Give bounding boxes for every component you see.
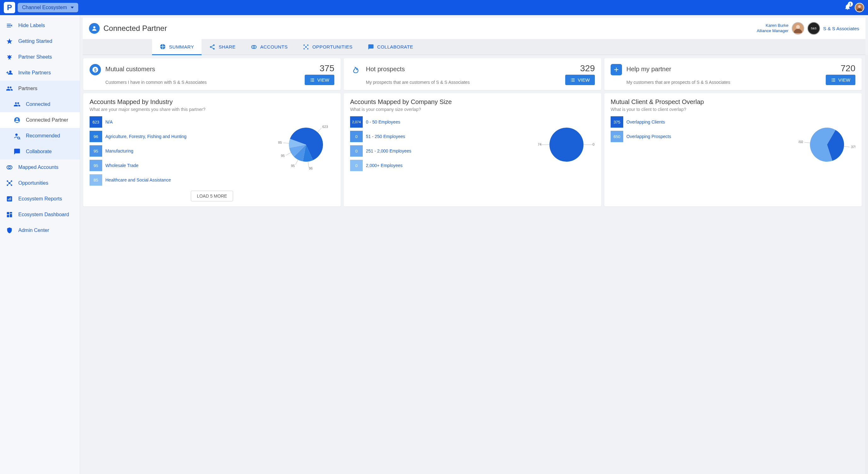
sidebar-item-invite-partners[interactable]: Invite Partners [0,65,80,81]
svg-point-22 [796,25,800,29]
svg-rect-19 [7,215,9,217]
legend-item[interactable]: 375Overlapping Clients [611,116,671,128]
svg-text:85: 85 [278,141,282,144]
svg-point-29 [303,44,305,46]
legend-label: 2,000+ Employees [366,163,402,168]
svg-point-28 [305,46,307,47]
svg-line-39 [286,153,291,155]
legend-label: 0 - 50 Employees [366,120,400,125]
top-bar: P Channel Ecosystem 1 [0,0,868,15]
menu-collapse-icon [6,22,13,29]
sidebar-item-getting-started[interactable]: Getting Started [0,33,80,49]
sidebar-label: Partners [18,86,37,91]
header-company-name: S & S Associates [823,26,859,31]
sidebar-item-partners[interactable]: Partners [0,81,80,96]
user-avatar[interactable] [855,3,864,12]
shield-icon [6,227,13,234]
legend-item[interactable]: 02,000+ Employees [350,160,532,171]
overlap-icon [6,164,13,171]
content-area: Mutual customers 375 Customers I have in… [80,55,865,474]
sidebar-item-opportunities[interactable]: Opportunities [0,175,80,191]
legend-value: 623 [90,116,102,128]
legend-label: Overlapping Clients [626,120,665,125]
legend-item[interactable]: 650Overlapping Prospects [611,131,671,142]
svg-line-41 [283,143,289,143]
sidebar-item-ecosystem-reports[interactable]: Ecosystem Reports [0,191,80,207]
svg-line-33 [318,128,321,132]
sidebar-item-partner-sheets[interactable]: Partner Sheets [0,49,80,65]
star-icon [6,38,13,45]
view-button[interactable]: VIEW [826,75,856,85]
kpi-mutual-customers: Mutual customers 375 Customers I have in… [83,58,341,90]
notifications-button[interactable]: 1 [844,3,851,12]
sidebar-item-mapped-accounts[interactable]: Mapped Accounts [0,160,80,175]
sidebar-item-admin-center[interactable]: Admin Center [0,223,80,238]
sidebar-sub-collaborate[interactable]: Collaborate [0,144,80,160]
chart-overlap: Mutual Client & Prospect Overlap What is… [604,93,862,206]
chart-title: Accounts Mapped by Industry [90,98,334,106]
tab-accounts[interactable]: ACCOUNTS [243,39,295,55]
chart-legend: 623N/A 96Agriculture, Forestry, Fishing … [90,116,271,185]
pie-chart: 62396959585 [278,116,334,174]
dollar-icon [90,64,101,75]
company-logo: S&S [807,22,820,35]
legend-item[interactable]: 2,0740 - 50 Employees [350,116,532,128]
legend-value: 2,074 [350,116,363,128]
search-person-icon [13,132,21,139]
svg-point-30 [307,44,308,46]
tab-label: SHARE [219,44,236,49]
svg-rect-18 [10,214,12,217]
load-more-button[interactable]: LOAD 5 MORE [191,191,233,201]
kpi-hot-prospects: Hot prospects 329 My prospects that are … [344,58,601,90]
sidebar-label: Partner Sheets [18,54,52,60]
header-user-info: Karen Burke Alliance Manager [757,23,788,34]
sidebar-item-ecosystem-dashboard[interactable]: Ecosystem Dashboard [0,207,80,223]
legend-item[interactable]: 0251 - 2,000 Employees [350,145,532,157]
legend-item[interactable]: 051 - 250 Employees [350,131,532,142]
sidebar-label: Admin Center [18,228,49,233]
pie-icon [160,43,166,50]
legend-label: Overlapping Prospects [626,134,671,139]
legend-item[interactable]: 95Manufacturing [90,145,271,157]
legend-value: 95 [90,160,102,171]
legend-value: 375 [611,116,623,128]
chart-subtitle: What are your major segments you share w… [90,107,334,112]
svg-text:375: 375 [851,145,856,149]
sidebar-sub-connected[interactable]: Connected [0,96,80,112]
legend-item[interactable]: 85Healthcare and Social Assistance [90,174,271,185]
legend-item[interactable]: 95Wholesale Trade [90,160,271,171]
scrollbar[interactable] [865,55,868,474]
workspace-name: Channel Ecosystem [22,5,67,10]
hide-labels-button[interactable]: Hide Labels [0,18,80,33]
chart-row: Accounts Mapped by Industry What are you… [83,93,862,206]
workspace-selector[interactable]: Channel Ecosystem [18,3,78,12]
legend-label: 51 - 250 Employees [366,134,405,139]
tab-collaborate[interactable]: COLLABORATE [360,39,421,55]
legend-label: Manufacturing [105,148,133,154]
legend-label: Wholesale Trade [105,163,138,168]
svg-line-48 [844,146,850,147]
tabs: SUMMARY SHARE ACCOUNTS OPPORTUNITIES COL… [83,39,866,55]
legend-label: N/A [105,120,113,125]
kpi-help-partner: Help my partner 720 My customers that ar… [604,58,862,90]
tab-label: OPPORTUNITIES [312,44,352,49]
kpi-row: Mutual customers 375 Customers I have in… [83,58,862,90]
svg-point-20 [93,26,96,28]
sidebar-sub-recommended[interactable]: Recommended [0,128,80,144]
tab-opportunities[interactable]: OPPORTUNITIES [295,39,360,55]
tab-label: ACCOUNTS [260,44,288,49]
people-icon [6,85,13,92]
legend-value: 95 [90,145,102,157]
legend-item[interactable]: 623N/A [90,116,271,128]
tab-share[interactable]: SHARE [202,39,243,55]
sidebar-label: Invite Partners [18,70,51,76]
view-button[interactable]: VIEW [565,75,595,85]
svg-point-9 [11,180,12,182]
view-button[interactable]: VIEW [305,75,334,85]
svg-line-37 [296,160,298,165]
person-add-icon [6,69,13,76]
legend-item[interactable]: 96Agriculture, Forestry, Fishing and Hun… [90,131,271,142]
tab-summary[interactable]: SUMMARY [152,39,202,55]
sidebar-sub-connected-partner[interactable]: Connected Partner [0,112,80,128]
kpi-title: Hot prospects [366,66,405,73]
